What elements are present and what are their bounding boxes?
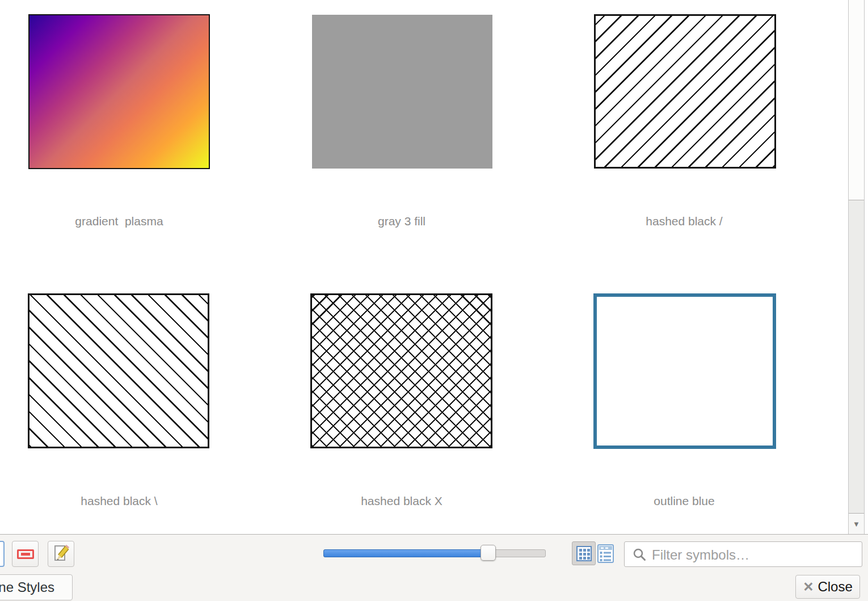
red-minus-icon [17, 549, 34, 559]
close-button-label: Close [818, 579, 852, 595]
add-symbol-button-clipped[interactable] [0, 541, 5, 567]
scrollbar-thumb[interactable] [849, 200, 864, 514]
symbol-swatch-gray-3-fill[interactable] [312, 15, 492, 169]
scrollbar-down-arrow-icon[interactable]: ▼ [849, 514, 864, 534]
symbol-swatch-hashed-black-back[interactable] [28, 293, 209, 448]
close-button[interactable]: ✕ Close [795, 575, 860, 599]
remove-symbol-button[interactable] [12, 541, 39, 567]
bottom-toolbar: ine Styles ✕ Close [0, 534, 868, 601]
symbol-label: outline blue [543, 494, 825, 508]
pencil-icon [52, 544, 70, 564]
search-input[interactable] [651, 542, 860, 568]
symbol-label: hashed black / [543, 215, 825, 228]
symbol-swatch-hashed-black-cross[interactable] [310, 293, 492, 448]
grid-view-icon [576, 546, 592, 561]
symbol-label: hashed black X [260, 494, 543, 508]
slider-handle[interactable] [481, 545, 496, 561]
list-view-icon [597, 544, 614, 563]
symbol-swatch-gradient-plasma[interactable] [28, 14, 210, 169]
symbol-label: hashed black \ [0, 494, 260, 508]
line-styles-button-clipped[interactable]: ine Styles [0, 574, 73, 600]
symbol-label: gray 3 fill [260, 215, 543, 228]
icon-size-slider[interactable] [323, 549, 546, 557]
symbol-swatch-hashed-black-forward[interactable] [594, 14, 776, 169]
symbol-label: gradient plasma [0, 215, 260, 228]
symbol-browser-panel: gradient plasma gray 3 fill hashed black… [0, 0, 868, 601]
list-view-toggle-button[interactable] [597, 543, 614, 564]
styles-button-label: ine Styles [0, 579, 54, 595]
symbol-filter-field [624, 541, 862, 567]
magnifier-icon [633, 548, 646, 561]
vertical-scrollbar[interactable]: ▼ [848, 0, 865, 534]
symbol-grid: gradient plasma gray 3 fill hashed black… [0, 0, 868, 534]
down-arrow-glyph: ▼ [853, 520, 860, 528]
slider-fill [323, 549, 481, 557]
symbol-swatch-outline-blue[interactable] [593, 293, 776, 449]
grid-view-toggle-button[interactable] [572, 541, 596, 565]
close-x-icon: ✕ [803, 581, 814, 594]
edit-symbol-button[interactable] [48, 541, 74, 567]
